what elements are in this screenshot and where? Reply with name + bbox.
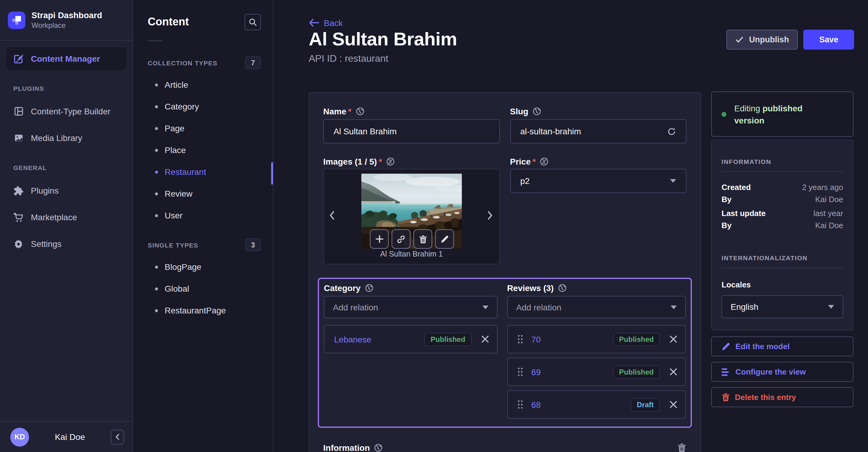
single-types-count: 3	[245, 238, 261, 251]
price-select[interactable]: p2	[510, 169, 686, 193]
locale-select[interactable]: English	[721, 295, 843, 318]
remove-relation-button[interactable]	[670, 400, 677, 409]
divider	[721, 267, 843, 268]
slug-label: Slug	[510, 106, 686, 117]
entry-sidebar: Editing published version INFORMATION Cr…	[711, 91, 854, 407]
carousel-prev-button[interactable]	[329, 210, 336, 221]
category-add-relation-combobox[interactable]: Add relation	[324, 296, 497, 318]
edit-model-button[interactable]: Edit the model	[711, 336, 854, 356]
relation-link[interactable]: 69	[531, 367, 540, 377]
price-label: Price*	[510, 156, 686, 167]
price-field-group: Price* p2	[510, 156, 686, 264]
bullet-icon	[155, 105, 158, 108]
nav-item-marketplace[interactable]: Marketplace	[6, 206, 126, 229]
save-button[interactable]: Save	[804, 30, 854, 50]
bullet-icon	[155, 127, 158, 130]
relation-link[interactable]: 68	[531, 400, 540, 409]
subnav-item-review[interactable]: Review	[133, 183, 273, 204]
remove-relation-button[interactable]	[670, 368, 677, 376]
api-id-subtitle: API ID : restaurant	[309, 53, 854, 64]
nav-item-label: Settings	[31, 239, 61, 249]
configure-view-button[interactable]: Configure the view	[711, 362, 854, 382]
collection-types-list: Article Category Page Place Restaurant R…	[133, 74, 273, 226]
review-relation-row: 69 Published	[507, 358, 686, 386]
images-field-group: Images (1 / 5)*	[323, 156, 500, 264]
nav-item-label: Marketplace	[31, 213, 77, 222]
status-badge: Published	[613, 365, 660, 379]
nav-item-content-manager[interactable]: Content Manager	[6, 47, 126, 70]
nav-item-settings[interactable]: Settings	[6, 232, 126, 255]
subnav-item-category[interactable]: Category	[133, 96, 273, 118]
subnav-item-user[interactable]: User	[133, 204, 273, 226]
name-input[interactable]: Al Sultan Brahim	[323, 119, 500, 143]
nav-item-media-library[interactable]: Media Library	[6, 126, 126, 150]
subnav-title: Content	[148, 16, 189, 28]
chevron-down-icon	[482, 305, 488, 309]
subnav-item-global[interactable]: Global	[133, 278, 273, 299]
drag-handle-icon[interactable]	[517, 334, 523, 344]
search-button[interactable]	[245, 14, 261, 30]
copy-link-button[interactable]	[392, 229, 410, 249]
edit-image-button[interactable]	[435, 229, 454, 249]
reviews-add-relation-combobox[interactable]: Add relation	[507, 296, 686, 318]
subnav-item-page[interactable]: Page	[133, 118, 273, 139]
nav-footer: KD Kai Doe	[0, 421, 132, 452]
drag-handle-icon[interactable]	[517, 400, 523, 409]
puzzle-icon	[13, 186, 24, 196]
last-update-row: Last update last year	[721, 209, 843, 218]
collection-types-count: 7	[245, 56, 261, 69]
nav-item-label: Media Library	[31, 133, 82, 143]
unpublish-button[interactable]: Unpublish	[727, 30, 798, 50]
remove-relation-button[interactable]	[670, 335, 677, 343]
required-asterisk: *	[379, 156, 382, 167]
slug-input[interactable]: al-sultan-brahim	[510, 119, 686, 143]
chevron-down-icon	[670, 179, 676, 183]
drag-handle-icon[interactable]	[517, 367, 523, 376]
back-link[interactable]: Back	[309, 18, 343, 28]
globe-slash-icon	[540, 157, 549, 166]
delete-entry-button[interactable]: Delete this entry	[711, 387, 854, 407]
workspace-title: Strapi Dashboard	[31, 10, 102, 21]
relation-link[interactable]: Lebanese	[334, 334, 371, 344]
information-heading: INFORMATION	[721, 158, 843, 165]
carousel-next-button[interactable]	[487, 210, 494, 221]
strapi-logo-glyph	[11, 15, 22, 25]
relation-link[interactable]: 70	[531, 334, 540, 344]
review-relation-row: 70 Published	[507, 325, 686, 353]
subnav-scrollbar-thumb[interactable]	[271, 162, 273, 185]
subnav-item-blogpage[interactable]: BlogPage	[133, 256, 273, 278]
status-badge: Published	[613, 332, 660, 346]
layout-grid-icon	[13, 106, 24, 117]
bullet-icon	[155, 309, 158, 312]
bullet-icon	[155, 287, 158, 290]
back-label: Back	[324, 18, 343, 28]
regenerate-slug-icon[interactable]	[667, 127, 676, 136]
category-relation-row: Lebanese Published	[324, 325, 497, 353]
collection-types-label: COLLECTION TYPES	[148, 59, 217, 66]
subnav-item-article[interactable]: Article	[133, 74, 273, 96]
content-sub-navigation: Content COLLECTION TYPES 7 Article Categ…	[133, 0, 274, 452]
add-image-button[interactable]	[370, 229, 389, 249]
reviews-label: Reviews (3)	[507, 283, 686, 293]
subnav-item-restaurant[interactable]: Restaurant	[133, 161, 273, 183]
remove-relation-button[interactable]	[481, 335, 489, 343]
nav-section-plugins: PLUGINS	[6, 85, 126, 92]
chevron-down-icon	[671, 305, 677, 309]
link-icon	[397, 234, 406, 244]
pencil-icon	[440, 235, 449, 243]
workspace-brand[interactable]: Strapi Dashboard Workplace	[0, 0, 132, 40]
created-row: Created 2 years ago	[721, 183, 843, 192]
category-label: Category	[324, 283, 497, 293]
bullet-icon	[155, 192, 158, 195]
subnav-item-place[interactable]: Place	[133, 139, 273, 161]
editing-status-box: Editing published version	[711, 91, 854, 137]
delete-image-button[interactable]	[413, 229, 432, 249]
nav-item-plugins[interactable]: Plugins	[6, 179, 126, 202]
collapse-nav-button[interactable]	[111, 429, 124, 445]
images-label: Images (1 / 5)*	[323, 156, 500, 167]
subnav-item-restaurantpage[interactable]: RestaurantPage	[133, 299, 273, 321]
user-avatar[interactable]: KD	[10, 427, 29, 446]
delete-component-button[interactable]	[677, 443, 686, 452]
nav-item-content-type-builder[interactable]: Content-Type Builder	[6, 100, 126, 123]
search-icon	[249, 18, 257, 26]
